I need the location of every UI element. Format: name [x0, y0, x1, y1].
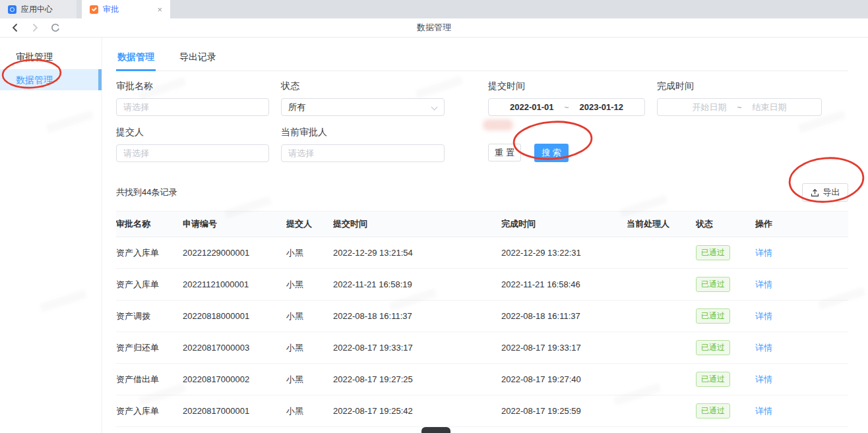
detail-link[interactable]: 详情 [755, 248, 772, 258]
table-row: 资产借出单 20220817000002 小黑 2022-08-17 19:27… [116, 364, 848, 395]
browser-tab-approval[interactable]: 审批 × [82, 0, 170, 18]
cell-submit-time: 2022-08-17 19:33:17 [333, 343, 501, 353]
input-placeholder: 请选择 [123, 101, 149, 113]
cell-finish-time: 2022-11-21 16:58:46 [501, 279, 627, 289]
col-finish-time: 完成时间 [501, 218, 627, 230]
browser-tab-bar: 应用中心 审批 × [0, 0, 868, 18]
filter-row-1: 审批名称 请选择 状态 所有 提交时间 2022-01-01 [116, 80, 848, 116]
records-table: 审批名称 申请编号 提交人 提交时间 完成时间 当前处理人 状态 操作 资产入库… [116, 211, 848, 433]
search-button[interactable]: 搜索 [534, 144, 569, 162]
cell-action: 详情 [755, 405, 848, 417]
app-window: 应用中心 审批 × 数据管理 审批管理 数据管理 [0, 0, 868, 433]
table-body: 资产入库单 20221229000001 小黑 2022-12-29 13:21… [116, 237, 848, 433]
cell-submit-time: 2022-08-17 19:25:42 [333, 406, 501, 416]
cell-apply-no: 20221121000001 [183, 279, 286, 289]
table-row: 用章申请 20220811000002 小黑 2022-08-11 09:43:… [116, 427, 848, 433]
cell-apply-no: 20220817000003 [183, 343, 286, 353]
main-panel: 数据管理 导出记录 审批名称 请选择 状态 所有 [102, 38, 868, 433]
approval-name-input[interactable]: 请选择 [116, 98, 269, 116]
current-approver-label: 当前审批人 [281, 127, 445, 138]
start-date-placeholder: 开始日期 [692, 101, 726, 113]
cell-action: 详情 [755, 310, 848, 322]
status-badge: 已通过 [696, 340, 730, 355]
detail-link[interactable]: 详情 [755, 279, 772, 289]
approval-name-label: 审批名称 [116, 80, 269, 92]
start-date-value: 2022-01-01 [510, 102, 554, 112]
detail-link[interactable]: 详情 [755, 406, 772, 416]
cell-approval-name: 资产入库单 [116, 279, 183, 291]
sidebar-item-data-management[interactable]: 数据管理 [0, 69, 102, 90]
finish-time-label: 完成时间 [657, 80, 822, 92]
col-action: 操作 [755, 218, 848, 230]
cell-submitter: 小黑 [286, 310, 333, 322]
col-submitter: 提交人 [286, 218, 333, 230]
submit-time-range-picker[interactable]: 2022-01-01 ~ 2023-01-12 [488, 98, 645, 116]
dock-notch [421, 427, 450, 433]
app-center-icon [8, 5, 16, 14]
export-icon [811, 188, 819, 197]
current-approver-input[interactable]: 请选择 [281, 144, 445, 162]
status-label: 状态 [281, 80, 445, 92]
input-placeholder: 请选择 [288, 148, 314, 159]
sidebar-item-approval-management[interactable]: 审批管理 [0, 47, 102, 67]
cell-submitter: 小黑 [286, 342, 333, 354]
cell-status: 已通过 [696, 245, 755, 260]
chevron-down-icon [431, 104, 437, 110]
cell-finish-time: 2022-08-18 16:11:37 [501, 311, 627, 321]
active-indicator-bar [98, 69, 102, 90]
reset-button[interactable]: 重置 [488, 144, 521, 161]
input-placeholder: 请选择 [123, 148, 149, 159]
cell-apply-no: 20220817000002 [183, 374, 286, 384]
range-separator: ~ [737, 103, 741, 112]
cell-finish-time: 2022-08-17 19:25:59 [501, 406, 627, 416]
cell-submit-time: 2022-12-29 13:21:54 [333, 248, 501, 258]
sidebar-item-label: 数据管理 [16, 74, 53, 85]
col-submit-time: 提交时间 [333, 218, 501, 230]
submitter-input[interactable]: 请选择 [116, 144, 269, 162]
end-date-value: 2023-01-12 [580, 102, 624, 112]
col-current-handler: 当前处理人 [627, 218, 696, 230]
cell-submitter: 小黑 [286, 405, 333, 417]
cell-apply-no: 20221229000001 [183, 248, 286, 258]
page-title: 数据管理 [0, 22, 868, 34]
tab-export-records[interactable]: 导出记录 [178, 48, 218, 71]
cell-action: 详情 [755, 279, 848, 291]
table-row: 资产调拨 20220818000001 小黑 2022-08-18 16:11:… [116, 301, 848, 332]
browser-tab-app-center[interactable]: 应用中心 [0, 0, 77, 18]
result-row: 共找到44条记录 导出 [116, 183, 848, 202]
tab-label: 审批 [103, 4, 119, 15]
export-button[interactable]: 导出 [802, 183, 848, 202]
tab-data-management[interactable]: 数据管理 [116, 48, 156, 71]
cell-action: 详情 [755, 247, 848, 259]
cell-status: 已通过 [696, 372, 755, 387]
cell-finish-time: 2022-08-17 19:33:17 [501, 343, 627, 353]
finish-time-range-picker[interactable]: 开始日期 ~ 结束日期 [657, 98, 822, 116]
cell-status: 已通过 [696, 308, 755, 324]
result-count-text: 共找到44条记录 [116, 187, 177, 198]
cell-action: 详情 [755, 374, 848, 386]
sidebar: 审批管理 数据管理 [0, 38, 102, 433]
export-button-label: 导出 [823, 187, 840, 198]
cell-finish-time: 2022-12-29 13:22:31 [501, 248, 627, 258]
range-separator: ~ [564, 103, 569, 112]
status-badge: 已通过 [696, 277, 730, 292]
detail-link[interactable]: 详情 [755, 343, 772, 353]
table-header: 审批名称 申请编号 提交人 提交时间 完成时间 当前处理人 状态 操作 [116, 211, 848, 237]
close-tab-icon[interactable]: × [157, 5, 162, 14]
cell-submit-time: 2022-11-21 16:58:19 [333, 279, 501, 289]
cell-approval-name: 资产调拨 [116, 310, 183, 322]
cell-submitter: 小黑 [286, 374, 333, 386]
detail-link[interactable]: 详情 [755, 374, 772, 384]
cell-approval-name: 资产借出单 [116, 374, 183, 386]
cell-finish-time: 2022-08-17 19:27:40 [501, 374, 627, 384]
submit-time-label: 提交时间 [488, 80, 645, 92]
status-badge: 已通过 [696, 403, 730, 419]
col-apply-no: 申请编号 [183, 218, 286, 230]
cell-approval-name: 资产归还单 [116, 342, 183, 354]
status-badge: 已通过 [696, 308, 730, 324]
status-badge: 已通过 [696, 372, 730, 387]
cell-apply-no: 20220818000001 [183, 311, 286, 321]
status-select[interactable]: 所有 [281, 98, 445, 116]
table-row: 资产入库单 20221121000001 小黑 2022-11-21 16:58… [116, 269, 848, 301]
detail-link[interactable]: 详情 [755, 311, 772, 321]
